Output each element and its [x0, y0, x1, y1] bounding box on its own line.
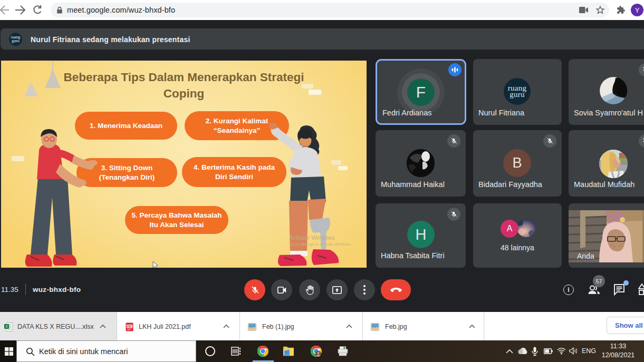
- svg-text:PDF: PDF: [127, 325, 132, 328]
- svg-text:X: X: [5, 324, 8, 329]
